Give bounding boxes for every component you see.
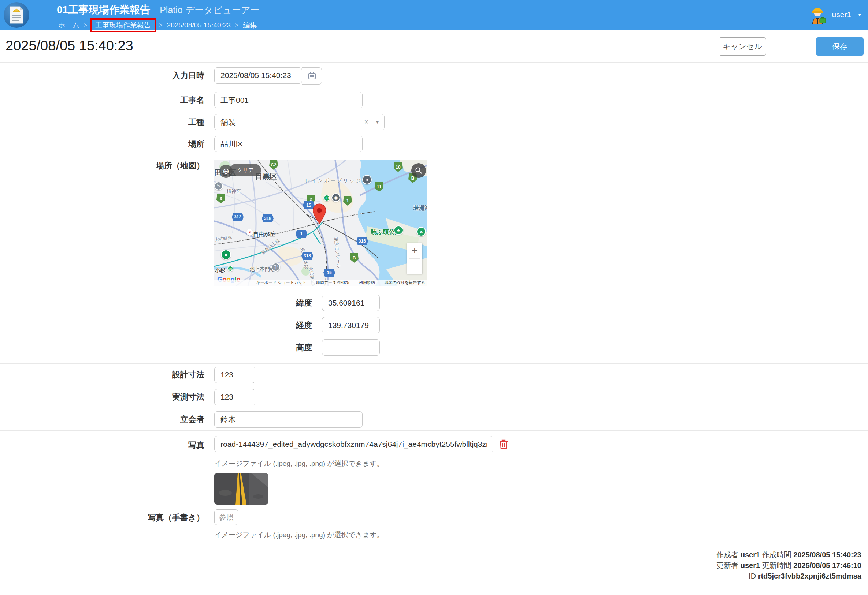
map-attribution: キーボード ショートカット地図データ ©2025利用規約地図の誤りを報告する [214, 280, 427, 286]
design-dimension-field[interactable] [214, 367, 255, 383]
altitude-field[interactable] [322, 339, 380, 356]
photo-thumbnail[interactable] [214, 473, 268, 505]
field-label: 工事名 [0, 95, 214, 106]
map-poi-icon: JR [227, 266, 233, 271]
field-label: 緯度 [214, 298, 322, 308]
breadcrumb-item[interactable]: 編集 [241, 20, 258, 31]
report-map-error-link[interactable]: 地図の誤りを報告する [385, 280, 425, 286]
map-search-button[interactable] [411, 163, 426, 178]
breadcrumb-separator: > [84, 22, 87, 28]
field-label: 立会者 [0, 414, 214, 425]
app-subtitle: Platio データビューアー [160, 4, 259, 16]
map-poi-icon: ▼ [247, 229, 253, 236]
app-title: 01工事現場作業報告 [57, 3, 150, 17]
field-label: 入力日時 [0, 70, 214, 81]
map-poi-icon: ◉ [331, 193, 340, 202]
map-pin-icon [312, 203, 326, 224]
breadcrumb-item[interactable]: ホーム [57, 20, 81, 31]
map-data-copyright: 地図データ ©2025 [316, 280, 349, 286]
map-poi-icon: ♣ [394, 225, 403, 235]
latitude-field[interactable] [322, 295, 380, 311]
route-shield: 318 [262, 214, 274, 222]
row-location: 場所 [0, 133, 868, 155]
row-witness: 立会者 [0, 408, 868, 430]
row-photo-handwritten: 写真（手書き） 参照 イメージファイル (.jpeg, .jpg, .png) … [0, 505, 868, 540]
created-by: user1 [741, 551, 760, 559]
breadcrumb-separator: > [159, 22, 162, 28]
map-poi-icon: JR [323, 195, 330, 201]
route-shield: 1 [295, 230, 307, 238]
measured-dimension-field[interactable] [214, 389, 255, 405]
map-place-label: レインボーブリッジ [305, 178, 362, 183]
calendar-picker-button[interactable] [302, 67, 322, 84]
field-label: 実測寸法 [0, 392, 214, 402]
field-label: 場所（地図） [0, 155, 214, 363]
location-field[interactable] [214, 136, 363, 152]
updated-at: 2025/08/05 17:46:10 [793, 561, 861, 569]
zoom-in-button[interactable]: + [407, 243, 422, 258]
witness-field[interactable] [214, 411, 363, 428]
updated-by: user1 [741, 561, 760, 569]
clear-selection-icon[interactable]: × [360, 118, 372, 126]
updated-line: 更新者 user1 更新時間 2025/08/05 17:46:10 [0, 560, 861, 571]
save-button[interactable]: 保存 [816, 37, 864, 56]
map-poi-icon: ● [221, 250, 231, 260]
field-label: 経度 [214, 320, 322, 331]
photo-filename-field[interactable] [214, 436, 493, 452]
row-latitude: 緯度 [214, 295, 868, 311]
calendar-icon [308, 71, 316, 80]
route-shield: 318 [301, 252, 313, 260]
work-type-value: 舗装 [220, 117, 360, 127]
user-avatar-icon [809, 5, 827, 24]
map-canvas[interactable]: 田谷区目黒区レインボーブリッジ桜神宮自由が丘大井町線東急池上線池上本門寺東海道本… [214, 159, 427, 286]
created-line: 作成者 user1 作成時間 2025/08/05 15:40:23 [0, 549, 861, 560]
road-photo-image [214, 473, 268, 505]
user-caret-icon: ▼ [857, 12, 862, 18]
cancel-button[interactable]: キャンセル [719, 37, 766, 56]
map-poi-icon: ≈ [362, 175, 372, 184]
field-label: 場所 [0, 139, 214, 150]
field-label: 写真 [0, 431, 214, 451]
row-altitude: 高度 [214, 339, 868, 356]
record-metadata: 作成者 user1 作成時間 2025/08/05 15:40:23 更新者 u… [0, 540, 868, 582]
breadcrumb-item[interactable]: 2025/08/05 15:40:23 [165, 21, 232, 30]
map-poi-icon: ♣ [416, 227, 426, 236]
id-line: ID rtd5jcr3fvbb2xpnji6zt5mdmsa [0, 571, 861, 582]
row-longitude: 経度 [214, 317, 868, 333]
keyboard-shortcuts-link[interactable]: キーボード ショートカット [256, 280, 306, 286]
map-place-label: 若洲海浜 [413, 205, 427, 211]
field-label: 工種 [0, 117, 214, 128]
terms-link[interactable]: 利用規約 [359, 280, 375, 286]
input-datetime-field[interactable] [214, 67, 302, 84]
app-header: 01工事現場作業報告 Platio データビューアー ホーム>工事現場作業報告>… [0, 0, 868, 30]
row-design-dimension: 設計寸法 [0, 363, 868, 386]
route-shield: 312 [232, 213, 244, 221]
delete-photo-icon[interactable] [499, 439, 509, 450]
row-work-type: 工種 舗装 × ▼ [0, 111, 868, 133]
username[interactable]: user1 [832, 10, 852, 19]
field-label: 写真（手書き） [0, 505, 214, 523]
photo-helper-text: イメージファイル (.jpeg, .jpg, .png) が選択できます。 [214, 459, 868, 468]
row-construction-name: 工事名 [0, 89, 868, 111]
route-shield: 15 [323, 269, 335, 277]
user-menu[interactable]: user1 ▼ [809, 5, 862, 24]
map-poi-icon: 卍 [272, 263, 280, 271]
zoom-out-button[interactable]: − [407, 259, 422, 274]
app-logo-icon [4, 2, 29, 28]
work-type-select[interactable]: 舗装 × ▼ [214, 114, 385, 130]
map-place-label: 自由が丘 [253, 231, 275, 237]
map-place-label: 桜神宮 [227, 189, 241, 194]
route-shield: 316 [356, 237, 368, 245]
longitude-field[interactable] [322, 317, 380, 333]
photo-handwritten-helper-text: イメージファイル (.jpeg, .jpg, .png) が選択できます。 [214, 530, 868, 540]
row-measured-dimension: 実測寸法 [0, 386, 868, 408]
map-clear-button[interactable]: クリア [230, 164, 261, 177]
construction-name-field[interactable] [214, 92, 363, 108]
field-label: 高度 [214, 342, 322, 353]
search-icon [415, 167, 422, 174]
map-poi-icon: ⛨ [214, 181, 223, 190]
browse-button[interactable]: 参照 [214, 510, 238, 525]
record-toolbar: 2025/08/05 15:40:23 キャンセル 保存 [0, 30, 868, 62]
chevron-down-icon[interactable]: ▼ [372, 119, 380, 125]
field-label: 設計寸法 [0, 369, 214, 380]
